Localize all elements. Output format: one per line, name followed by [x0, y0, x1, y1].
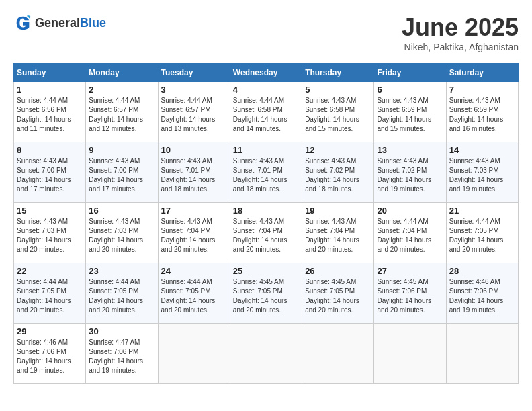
calendar-cell: 2Sunrise: 4:44 AMSunset: 6:57 PMDaylight…: [86, 82, 158, 142]
day-number: 21: [449, 205, 515, 216]
calendar-cell: 5Sunrise: 4:43 AMSunset: 6:58 PMDaylight…: [302, 82, 374, 142]
day-number: 10: [161, 145, 227, 155]
day-number: 25: [233, 266, 299, 276]
weekday-header-wednesday: Wednesday: [230, 64, 302, 82]
day-number: 24: [161, 266, 227, 276]
calendar-cell: 3Sunrise: 4:44 AMSunset: 6:57 PMDaylight…: [158, 82, 230, 142]
page-header: GeneralBlue June 2025 Nikeh, Paktika, Af…: [13, 13, 519, 52]
title-section: June 2025 Nikeh, Paktika, Afghanistan: [402, 13, 519, 52]
day-number: 5: [305, 85, 371, 95]
calendar-cell: 7Sunrise: 4:43 AMSunset: 6:59 PMDaylight…: [446, 82, 518, 142]
day-info: Sunrise: 4:44 AMSunset: 7:05 PMDaylight:…: [449, 217, 515, 255]
day-number: 8: [17, 145, 83, 155]
day-info: Sunrise: 4:43 AMSunset: 7:04 PMDaylight:…: [305, 217, 371, 255]
day-info: Sunrise: 4:43 AMSunset: 7:03 PMDaylight:…: [89, 217, 154, 255]
calendar-cell: 15Sunrise: 4:43 AMSunset: 7:03 PMDayligh…: [14, 203, 86, 263]
calendar-cell: 24Sunrise: 4:44 AMSunset: 7:05 PMDayligh…: [158, 263, 230, 324]
weekday-header-friday: Friday: [374, 64, 446, 82]
day-info: Sunrise: 4:44 AMSunset: 6:58 PMDaylight:…: [233, 96, 299, 134]
day-info: Sunrise: 4:43 AMSunset: 7:03 PMDaylight:…: [17, 217, 83, 255]
day-info: Sunrise: 4:43 AMSunset: 7:01 PMDaylight:…: [233, 156, 299, 194]
day-info: Sunrise: 4:46 AMSunset: 7:06 PMDaylight:…: [449, 277, 515, 315]
day-number: 3: [161, 85, 227, 95]
calendar-cell: 1Sunrise: 4:44 AMSunset: 6:56 PMDaylight…: [14, 82, 86, 142]
day-info: Sunrise: 4:44 AMSunset: 7:05 PMDaylight:…: [17, 277, 83, 315]
calendar-cell: 17Sunrise: 4:43 AMSunset: 7:04 PMDayligh…: [158, 203, 230, 263]
calendar-cell: 28Sunrise: 4:46 AMSunset: 7:06 PMDayligh…: [446, 263, 518, 324]
weekday-header-monday: Monday: [86, 64, 158, 82]
day-number: 19: [305, 205, 371, 216]
weekday-row: SundayMondayTuesdayWednesdayThursdayFrid…: [14, 64, 519, 82]
calendar-cell: 23Sunrise: 4:44 AMSunset: 7:05 PMDayligh…: [86, 263, 158, 324]
day-info: Sunrise: 4:43 AMSunset: 7:02 PMDaylight:…: [377, 156, 443, 194]
day-info: Sunrise: 4:45 AMSunset: 7:05 PMDaylight:…: [233, 277, 299, 315]
calendar-cell: 9Sunrise: 4:43 AMSunset: 7:00 PMDaylight…: [86, 142, 158, 203]
calendar-cell: 20Sunrise: 4:44 AMSunset: 7:04 PMDayligh…: [374, 203, 446, 263]
week-row-1: 1Sunrise: 4:44 AMSunset: 6:56 PMDaylight…: [14, 82, 519, 142]
day-number: 12: [305, 145, 371, 155]
calendar-cell: [446, 324, 518, 384]
day-info: Sunrise: 4:43 AMSunset: 6:59 PMDaylight:…: [377, 96, 443, 134]
day-number: 27: [377, 266, 443, 276]
main-title: June 2025: [402, 13, 519, 42]
calendar-cell: 22Sunrise: 4:44 AMSunset: 7:05 PMDayligh…: [14, 263, 86, 324]
calendar-cell: 29Sunrise: 4:46 AMSunset: 7:06 PMDayligh…: [14, 324, 86, 384]
day-number: 20: [377, 205, 443, 216]
calendar-header: SundayMondayTuesdayWednesdayThursdayFrid…: [14, 64, 519, 82]
logo-text: GeneralBlue: [35, 16, 106, 30]
day-info: Sunrise: 4:43 AMSunset: 7:00 PMDaylight:…: [17, 156, 83, 194]
day-info: Sunrise: 4:43 AMSunset: 7:04 PMDaylight:…: [233, 217, 299, 255]
weekday-header-saturday: Saturday: [446, 64, 518, 82]
day-number: 18: [233, 205, 299, 216]
calendar-cell: [302, 324, 374, 384]
day-number: 29: [17, 326, 83, 336]
day-number: 11: [233, 145, 299, 155]
calendar-cell: 27Sunrise: 4:45 AMSunset: 7:06 PMDayligh…: [374, 263, 446, 324]
day-number: 7: [449, 85, 515, 95]
day-info: Sunrise: 4:44 AMSunset: 7:04 PMDaylight:…: [377, 217, 443, 255]
week-row-3: 15Sunrise: 4:43 AMSunset: 7:03 PMDayligh…: [14, 203, 519, 263]
day-number: 6: [377, 85, 443, 95]
weekday-header-thursday: Thursday: [302, 64, 374, 82]
calendar-cell: 12Sunrise: 4:43 AMSunset: 7:02 PMDayligh…: [302, 142, 374, 203]
day-info: Sunrise: 4:44 AMSunset: 7:05 PMDaylight:…: [89, 277, 154, 315]
day-info: Sunrise: 4:43 AMSunset: 6:58 PMDaylight:…: [305, 96, 371, 134]
day-number: 2: [89, 85, 154, 95]
day-info: Sunrise: 4:43 AMSunset: 6:59 PMDaylight:…: [449, 96, 515, 134]
calendar-cell: 11Sunrise: 4:43 AMSunset: 7:01 PMDayligh…: [230, 142, 302, 203]
calendar-cell: [230, 324, 302, 384]
day-info: Sunrise: 4:46 AMSunset: 7:06 PMDaylight:…: [17, 338, 83, 375]
calendar-cell: [374, 324, 446, 384]
calendar-body: 1Sunrise: 4:44 AMSunset: 6:56 PMDaylight…: [14, 82, 519, 384]
day-number: 14: [449, 145, 515, 155]
calendar-cell: 10Sunrise: 4:43 AMSunset: 7:01 PMDayligh…: [158, 142, 230, 203]
weekday-header-tuesday: Tuesday: [158, 64, 230, 82]
week-row-5: 29Sunrise: 4:46 AMSunset: 7:06 PMDayligh…: [14, 324, 519, 384]
day-number: 22: [17, 266, 83, 276]
day-info: Sunrise: 4:47 AMSunset: 7:06 PMDaylight:…: [89, 338, 154, 375]
calendar-cell: [158, 324, 230, 384]
day-number: 30: [89, 326, 154, 336]
day-number: 26: [305, 266, 371, 276]
subtitle: Nikeh, Paktika, Afghanistan: [402, 42, 519, 52]
day-number: 23: [89, 266, 154, 276]
calendar-cell: 8Sunrise: 4:43 AMSunset: 7:00 PMDaylight…: [14, 142, 86, 203]
calendar-cell: 13Sunrise: 4:43 AMSunset: 7:02 PMDayligh…: [374, 142, 446, 203]
day-info: Sunrise: 4:44 AMSunset: 6:56 PMDaylight:…: [17, 96, 83, 134]
calendar-cell: 30Sunrise: 4:47 AMSunset: 7:06 PMDayligh…: [86, 324, 158, 384]
calendar-cell: 16Sunrise: 4:43 AMSunset: 7:03 PMDayligh…: [86, 203, 158, 263]
logo-icon: [13, 13, 32, 32]
calendar-cell: 25Sunrise: 4:45 AMSunset: 7:05 PMDayligh…: [230, 263, 302, 324]
day-number: 1: [17, 85, 83, 95]
calendar-table: SundayMondayTuesdayWednesdayThursdayFrid…: [13, 63, 519, 384]
day-info: Sunrise: 4:44 AMSunset: 6:57 PMDaylight:…: [161, 96, 227, 134]
logo: GeneralBlue: [13, 13, 106, 32]
day-number: 17: [161, 205, 227, 216]
calendar-cell: 19Sunrise: 4:43 AMSunset: 7:04 PMDayligh…: [302, 203, 374, 263]
day-info: Sunrise: 4:43 AMSunset: 7:00 PMDaylight:…: [89, 156, 154, 194]
calendar-cell: 18Sunrise: 4:43 AMSunset: 7:04 PMDayligh…: [230, 203, 302, 263]
day-number: 4: [233, 85, 299, 95]
calendar-cell: 6Sunrise: 4:43 AMSunset: 6:59 PMDaylight…: [374, 82, 446, 142]
week-row-2: 8Sunrise: 4:43 AMSunset: 7:00 PMDaylight…: [14, 142, 519, 203]
calendar-cell: 14Sunrise: 4:43 AMSunset: 7:03 PMDayligh…: [446, 142, 518, 203]
